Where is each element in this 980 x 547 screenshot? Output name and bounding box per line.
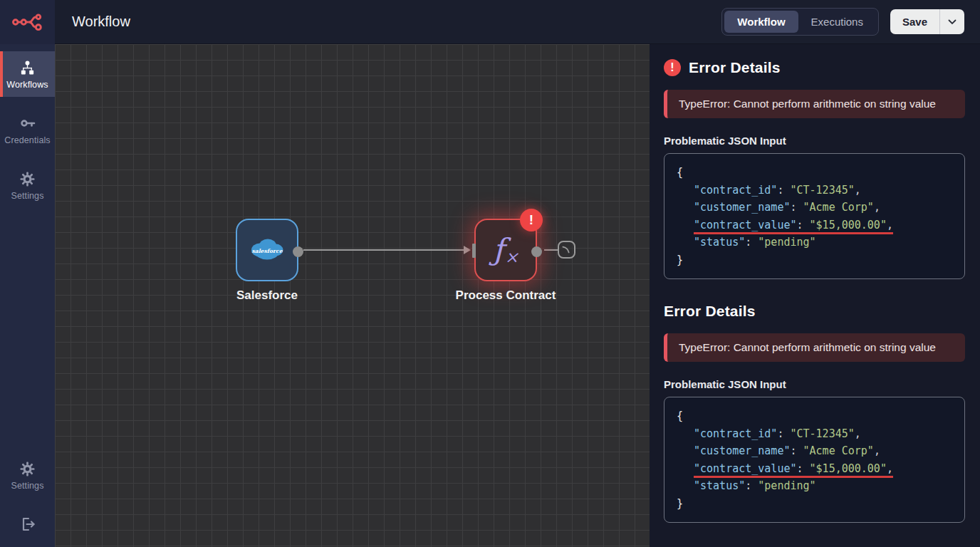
function-fx-icon: ƒ× bbox=[493, 235, 518, 266]
code-line: "customer_name": "Acme Corp", bbox=[677, 442, 952, 460]
workflow-logo-icon bbox=[11, 11, 44, 33]
gear-icon bbox=[19, 170, 36, 187]
salesforce-logo-text: salesforce bbox=[252, 248, 283, 254]
node-process-contract[interactable]: ƒ× ! Process Contract bbox=[474, 219, 537, 281]
node-label: Salesforce bbox=[236, 288, 298, 303]
json-input-label: Problematic JSON Input bbox=[664, 378, 965, 390]
sidebar-bottom: Settings bbox=[0, 452, 55, 547]
sidebar-item-label: Credentials bbox=[4, 135, 50, 145]
connection-stub-line bbox=[544, 249, 558, 251]
sidebar-item-settings-bottom[interactable]: Settings bbox=[0, 452, 55, 498]
save-button[interactable]: Save bbox=[890, 9, 939, 34]
tab-workflow[interactable]: Workflow bbox=[724, 11, 798, 33]
workflows-sitemap-icon bbox=[19, 59, 36, 76]
input-port[interactable] bbox=[472, 244, 476, 258]
tab-executions[interactable]: Executions bbox=[798, 11, 876, 33]
save-dropdown-button[interactable] bbox=[939, 9, 964, 34]
json-code-block: { "contract_id": "CT-12345", "customer_n… bbox=[664, 397, 965, 523]
chevron-down-icon bbox=[948, 19, 956, 25]
logout-icon bbox=[19, 516, 36, 533]
page-title: Workflow bbox=[72, 14, 130, 30]
error-message-box: TypeError: Cannot perform arithmetic on … bbox=[664, 333, 965, 362]
sidebar: Workflows Credentials bbox=[0, 0, 55, 547]
save-split-button: Save bbox=[890, 9, 964, 34]
connection-endpoint-stub[interactable] bbox=[558, 241, 575, 259]
main-area: Workflow Workflow Executions Save bbox=[55, 0, 980, 547]
code-line: "status": "pending" bbox=[677, 234, 952, 251]
node-label: Process Contract bbox=[456, 288, 556, 303]
sidebar-item-label: Settings bbox=[11, 191, 44, 201]
output-port[interactable] bbox=[293, 246, 303, 257]
node-error-badge: ! bbox=[520, 209, 543, 231]
sidebar-item-label: Settings bbox=[11, 481, 44, 491]
error-details-panel: ! Error Details TypeError: Cannot perfor… bbox=[650, 44, 980, 547]
workflow-canvas[interactable]: salesforce Salesforce ƒ× ! Process Contr… bbox=[55, 44, 650, 547]
panel-heading: ! Error Details bbox=[664, 59, 965, 76]
connection-arrow-icon bbox=[464, 246, 471, 254]
sidebar-item-label: Workflows bbox=[6, 80, 48, 90]
view-toggle: Workflow Executions bbox=[721, 8, 879, 36]
sidebar-item-settings[interactable]: Settings bbox=[0, 162, 55, 208]
code-line: "status": "pending" bbox=[677, 477, 952, 495]
code-line-error: "contract_value": "$15,000.00", bbox=[677, 217, 952, 234]
code-line: "contract_id": "CT-12345", bbox=[677, 425, 952, 443]
panel-heading: Error Details bbox=[664, 303, 965, 320]
code-line: "customer_name": "Acme Corp", bbox=[677, 199, 952, 217]
sidebar-item-credentials[interactable]: Credentials bbox=[0, 107, 55, 152]
salesforce-cloud-icon: salesforce bbox=[246, 235, 288, 265]
key-icon bbox=[19, 115, 36, 132]
json-input-label: Problematic JSON Input bbox=[664, 135, 965, 147]
connection-line bbox=[303, 249, 464, 251]
node-salesforce[interactable]: salesforce Salesforce bbox=[236, 219, 298, 281]
code-line: "contract_id": "CT-12345", bbox=[677, 182, 952, 199]
output-port[interactable] bbox=[531, 246, 542, 257]
error-message-box: TypeError: Cannot perform arithmetic on … bbox=[664, 90, 965, 118]
error-details-title: Error Details bbox=[689, 59, 781, 76]
error-alert-icon: ! bbox=[664, 59, 681, 76]
code-line-error: "contract_value": "$15,000.00", bbox=[677, 460, 952, 478]
stub-curve-icon bbox=[560, 243, 573, 256]
gear-icon bbox=[19, 460, 36, 477]
error-details-title: Error Details bbox=[664, 303, 756, 320]
error-section-2: Error Details TypeError: Cannot perform … bbox=[664, 303, 965, 523]
sidebar-nav: Workflows Credentials bbox=[0, 51, 55, 218]
header-actions: Workflow Executions Save bbox=[721, 8, 964, 36]
top-header: Workflow Workflow Executions Save bbox=[55, 0, 980, 44]
sidebar-logout-button[interactable] bbox=[0, 508, 55, 543]
json-code-block: { "contract_id": "CT-12345", "customer_n… bbox=[664, 153, 965, 279]
app-logo[interactable] bbox=[0, 0, 55, 44]
sidebar-item-workflows[interactable]: Workflows bbox=[0, 51, 55, 97]
error-section-1: ! Error Details TypeError: Cannot perfor… bbox=[664, 59, 965, 279]
